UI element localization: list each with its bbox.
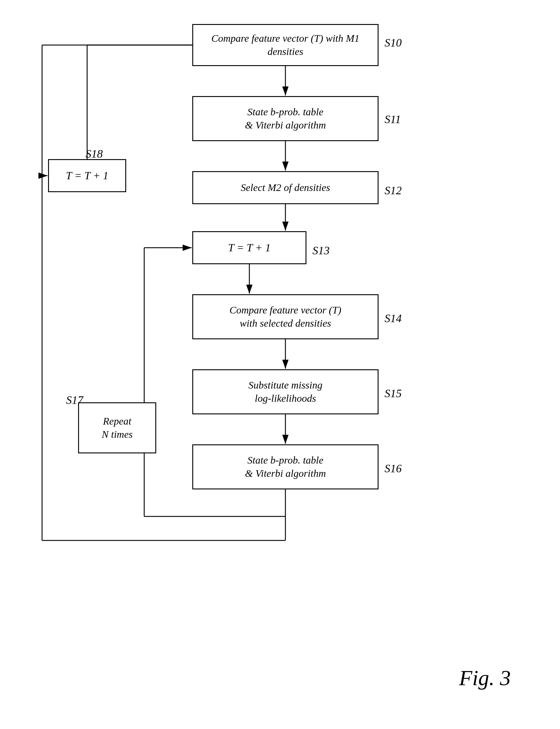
box-s10: Compare feature vector (T) with M1 densi… — [192, 24, 379, 66]
step-label-s16: S16 — [385, 462, 402, 475]
step-label-s13: S13 — [312, 244, 330, 257]
box-s12: Select M2 of densities — [192, 171, 379, 204]
step-label-s17: S17 — [66, 393, 83, 406]
box-s16: State b-prob. table& Viterbi algorithm — [192, 444, 379, 489]
step-label-s14: S14 — [385, 312, 402, 325]
box-s18: T = T + 1 — [48, 159, 126, 192]
diagram-container: Compare feature vector (T) with M1 densi… — [24, 12, 535, 697]
step-label-s11: S11 — [385, 113, 401, 126]
box-s15: Substitute missinglog-likelihoods — [192, 369, 379, 414]
box-s11: State b-prob. table& Viterbi algorithm — [192, 96, 379, 141]
step-label-s15: S15 — [385, 387, 402, 400]
figure-label: Fig. 3 — [459, 666, 511, 691]
box-s14: Compare feature vector (T)with selected … — [192, 294, 379, 339]
step-label-s18: S18 — [86, 147, 103, 160]
box-s13: T = T + 1 — [192, 231, 306, 264]
box-s17: RepeatN times — [78, 402, 156, 453]
step-label-s10: S10 — [385, 36, 402, 49]
step-label-s12: S12 — [385, 184, 402, 197]
